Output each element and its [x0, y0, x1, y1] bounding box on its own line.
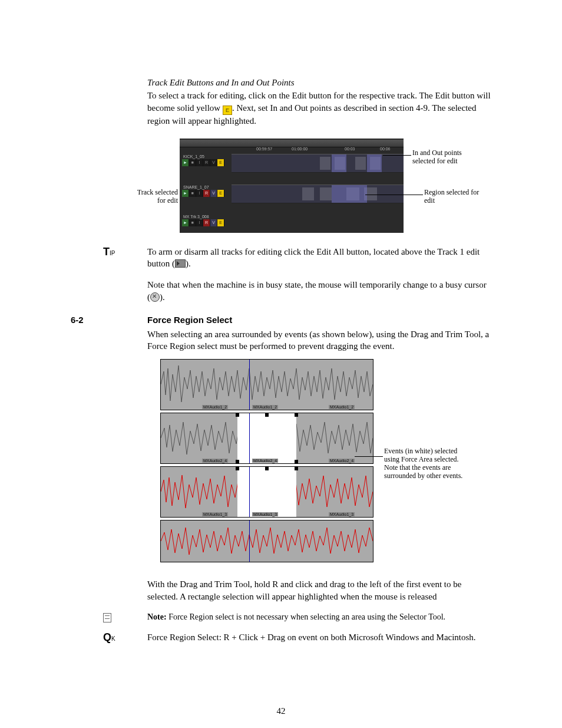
- clip-label: MXAudio1_2: [252, 405, 278, 409]
- in-point-line: [249, 467, 250, 517]
- clip-label: MXAudio1_2: [329, 405, 355, 409]
- input-button[interactable]: I: [196, 190, 203, 197]
- in-point-line: [249, 521, 250, 562]
- view-button[interactable]: V: [210, 159, 217, 166]
- waveform-track: MXAudio1_2 MXAudio1_2 MXAudio1_2: [160, 359, 373, 410]
- edit-button-icon: E: [223, 106, 232, 115]
- section-number: 6-2: [71, 315, 147, 325]
- record-button[interactable]: R: [203, 219, 210, 226]
- in-point-line: [249, 413, 250, 463]
- clip-label: MXAudio2_4: [329, 459, 355, 463]
- text: To arm or disarm all tracks for editing …: [147, 247, 480, 268]
- time-label: 00:06: [380, 147, 391, 151]
- qk-sub: K: [111, 635, 115, 642]
- time-label: 01:00:00: [292, 147, 308, 151]
- edit-button[interactable]: E: [217, 190, 224, 197]
- selected-event: [237, 467, 296, 517]
- callout-line: [365, 195, 423, 195]
- note-text: Force Region select is not necessary whe…: [167, 612, 445, 621]
- clip-label: MXAudio1_3: [202, 512, 228, 516]
- play-icon[interactable]: ►: [182, 159, 189, 166]
- clip-label: MXAudio2_4: [202, 459, 228, 463]
- tip-sub: IP: [110, 250, 115, 256]
- selected-event: [237, 413, 296, 463]
- selection-handle[interactable]: [236, 413, 239, 417]
- track-controls: KICK_1_05 ► ■ I R V E: [182, 154, 229, 166]
- selection-handle[interactable]: [295, 413, 298, 417]
- selection-handle[interactable]: [236, 460, 239, 463]
- callout-left: Track selected for edit: [132, 189, 178, 205]
- note-marker: [103, 612, 111, 624]
- stop-icon[interactable]: ■: [189, 190, 196, 197]
- view-button[interactable]: V: [210, 219, 217, 226]
- play-icon[interactable]: ►: [182, 190, 189, 197]
- section-title: Force Region Select: [147, 315, 232, 325]
- note-block: Note: Force Region select is not necessa…: [147, 612, 491, 623]
- stop-icon[interactable]: ■: [189, 219, 196, 226]
- record-button[interactable]: R: [203, 190, 210, 197]
- audio-clip: [302, 187, 314, 200]
- clip-label: MXAudio2_4: [252, 459, 278, 463]
- tip-paragraph: To arm or disarm all tracks for editing …: [147, 246, 491, 270]
- callout-right: Region selected for edit: [424, 189, 489, 205]
- selection-handle[interactable]: [265, 467, 269, 470]
- track-lane: [232, 185, 404, 203]
- qk-letter: Q: [103, 631, 111, 643]
- figure-force-region: MXAudio1_2 MXAudio1_2 MXAudio1_2 MXAudio…: [160, 359, 478, 571]
- selection-handle[interactable]: [265, 413, 269, 417]
- stop-icon[interactable]: ■: [189, 159, 196, 166]
- quickkey-paragraph: Force Region Select: R + Click + Drag on…: [147, 631, 491, 643]
- figure-track-edit: 00:59:57 01:00:00 00:03 00:06 KICK_1_05 …: [147, 139, 491, 239]
- audio-clip: [320, 157, 330, 170]
- input-button[interactable]: I: [196, 219, 203, 226]
- selected-region: [332, 185, 367, 203]
- content-column: Track Edit Buttons and In and Out Points…: [147, 77, 491, 643]
- clip-label: MXAudio1_3: [252, 512, 278, 516]
- quickkey-block: QK Force Region Select: R + Click + Drag…: [147, 631, 491, 643]
- time-label: 00:59:57: [256, 147, 272, 151]
- tip-letter: T: [103, 246, 110, 258]
- page: Track Edit Buttons and In and Out Points…: [0, 0, 562, 728]
- selected-region: [332, 154, 346, 172]
- text: ).: [186, 259, 191, 268]
- page-number: 42: [0, 706, 562, 716]
- input-button[interactable]: I: [196, 159, 203, 166]
- waveform-track: MXAudio1_3 MXAudio1_3 MXAudio1_3: [160, 466, 373, 518]
- record-button[interactable]: R: [203, 159, 210, 166]
- edit-button[interactable]: E: [217, 219, 224, 226]
- text: Note that when the machine is in busy st…: [147, 280, 487, 301]
- note-bold: Note:: [147, 612, 167, 621]
- callout-top-right: In and Out points selected for edit: [412, 149, 483, 166]
- paragraph-select-track: To select a track for editing, click on …: [147, 90, 491, 127]
- tip-block: TIP To arm or disarm all tracks for edit…: [147, 246, 491, 270]
- callout-events-selected: Events (in white) selected using Force A…: [384, 447, 472, 480]
- waveform-track: MXAudio2_4 MXAudio2_4 MXAudio2_4: [160, 413, 373, 464]
- section-heading-row: 6-2 Force Region Select: [147, 315, 491, 325]
- selection-handle[interactable]: [295, 467, 298, 470]
- busy-paragraph: Note that when the machine is in busy st…: [147, 279, 491, 303]
- busy-cursor-icon: [150, 292, 160, 302]
- track-controls: MX Trk 3_008 ► ■ I R V E: [182, 214, 229, 226]
- selected-region: [367, 154, 382, 172]
- view-button[interactable]: V: [210, 190, 217, 197]
- track-name: SNARE_1_07: [182, 185, 229, 190]
- clip-label: MXAudio1_3: [329, 512, 355, 516]
- quickkey-marker: QK: [103, 631, 115, 644]
- paragraph-drag-trim: With the Drag and Trim Tool, hold R and …: [147, 578, 491, 602]
- paragraph-force-region: When selecting an area surrounded by eve…: [147, 328, 491, 353]
- text: ).: [160, 292, 165, 302]
- play-icon[interactable]: ►: [182, 219, 189, 226]
- clip-label: MXAudio1_2: [202, 405, 228, 409]
- selection-handle[interactable]: [295, 460, 298, 463]
- edit-button[interactable]: E: [217, 159, 224, 166]
- waveform-stack: MXAudio1_2 MXAudio1_2 MXAudio1_2 MXAudio…: [160, 359, 373, 565]
- selection-handle[interactable]: [236, 467, 239, 470]
- track-lane: [232, 154, 404, 173]
- time-label: 00:03: [345, 147, 355, 151]
- audio-clip: [355, 157, 366, 170]
- note-icon: [103, 613, 111, 622]
- track-panel: 00:59:57 01:00:00 00:03 00:06 KICK_1_05 …: [180, 139, 404, 233]
- track-name: KICK_1_05: [182, 154, 229, 159]
- track-name: MX Trk 3_008: [182, 214, 229, 219]
- subheading-track-edit: Track Edit Buttons and In and Out Points: [147, 77, 491, 88]
